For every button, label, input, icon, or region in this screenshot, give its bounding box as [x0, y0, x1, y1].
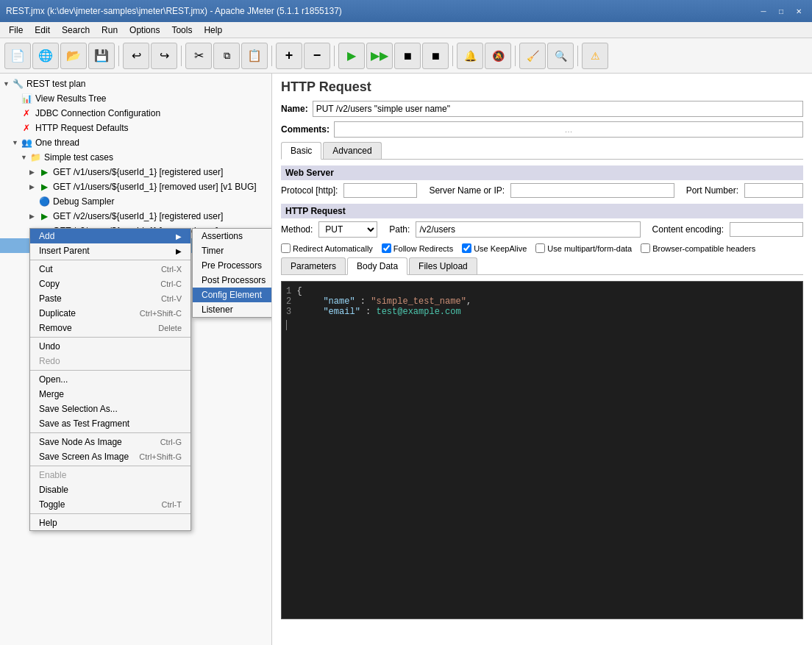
tree-item-http-defaults[interactable]: ✗ HTTP Request Defaults: [0, 121, 271, 135]
redirect-auto-label[interactable]: Redirect Automatically: [281, 243, 373, 253]
clear-button[interactable]: 🧹: [519, 43, 546, 69]
menu-run[interactable]: Run: [96, 24, 124, 37]
tree-item-view-results[interactable]: 📊 View Results Tree: [0, 91, 271, 106]
ctx-item-open[interactable]: Open...: [30, 372, 190, 387]
ctx-item-save-node-image[interactable]: Save Node As Image Ctrl-G: [30, 435, 190, 449]
title-text: REST.jmx (k:\dev\jmeter-samples\jmeter\R…: [6, 6, 342, 16]
add-button[interactable]: +: [276, 43, 302, 69]
templates-button[interactable]: 🌐: [32, 43, 59, 69]
ctx-item-undo[interactable]: Undo: [30, 339, 190, 354]
ctx-item-help[interactable]: Help: [30, 516, 190, 530]
ctx-label-config-element: Config Element: [202, 290, 262, 300]
new-button[interactable]: 📄: [4, 43, 31, 69]
warnings-button[interactable]: ⚠: [582, 43, 608, 69]
name-input[interactable]: [313, 101, 803, 117]
ctx-item-listener[interactable]: Listener ▶: [193, 302, 272, 317]
menu-file[interactable]: File: [3, 24, 29, 37]
ctx-item-cut[interactable]: Cut Ctrl-X: [30, 262, 190, 277]
menu-tools[interactable]: Tools: [165, 24, 198, 37]
follow-redirects-label[interactable]: Follow Redirects: [382, 243, 453, 253]
tree-item-get-v2-registered[interactable]: ▶ ▶ GET /v2/users/${userId_1} [registere…: [0, 209, 271, 224]
ctx-item-disable[interactable]: Disable: [30, 482, 190, 497]
protocol-input[interactable]: [343, 183, 417, 198]
body-data-area[interactable]: 1 { 2 "name" : "simple_test_name", 3 "em…: [281, 281, 803, 619]
ctx-item-save-screen-image[interactable]: Save Screen As Image Ctrl+Shift-G: [30, 449, 190, 464]
menu-options[interactable]: Options: [124, 24, 165, 37]
ctx-item-save-fragment[interactable]: Save as Test Fragment: [30, 416, 190, 431]
ctx-item-duplicate[interactable]: Duplicate Ctrl+Shift-C: [30, 306, 190, 321]
maximize-button[interactable]: □: [774, 5, 788, 17]
port-input[interactable]: [744, 183, 803, 198]
tree-item-get-v1-removed-bug[interactable]: ▶ ▶ GET /v1/users/${userId_1} [removed u…: [0, 179, 271, 194]
ctx-item-insert-parent[interactable]: Insert Parent ▶: [30, 243, 190, 258]
remove-button[interactable]: −: [304, 43, 330, 69]
follow-redirects-checkbox[interactable]: [382, 243, 391, 253]
tab-basic[interactable]: Basic: [281, 142, 321, 160]
multipart-checkbox[interactable]: [535, 243, 545, 253]
revert-button[interactable]: ↩: [123, 43, 149, 69]
paste-button[interactable]: 📋: [241, 43, 268, 69]
tree-item-rest-test-plan[interactable]: ▼ 🔧 REST test plan: [0, 76, 271, 91]
ctx-arrow-add: ▶: [176, 232, 182, 240]
server-input[interactable]: [510, 183, 674, 198]
open-button[interactable]: 📂: [60, 43, 87, 69]
ctx-item-timer[interactable]: Timer ▶: [193, 243, 272, 258]
ctx-item-toggle[interactable]: Toggle Ctrl-T: [30, 497, 190, 512]
cut-button[interactable]: ✂: [185, 43, 212, 69]
tree-item-simple-test-cases[interactable]: ▼ 📁 Simple test cases: [0, 150, 271, 165]
comments-row: Comments: …: [281, 121, 803, 138]
ctx-item-add[interactable]: Add ▶: [30, 229, 190, 243]
tab-parameters[interactable]: Parameters: [281, 257, 346, 274]
redirect-auto-checkbox[interactable]: [281, 243, 291, 253]
menu-help[interactable]: Help: [198, 24, 228, 37]
start-button[interactable]: ▶: [338, 43, 365, 69]
browser-compatible-label[interactable]: Browser-compatible headers: [641, 243, 755, 253]
encoding-input[interactable]: [730, 222, 803, 237]
ctx-item-paste[interactable]: Paste Ctrl-V: [30, 291, 190, 306]
forward-button[interactable]: ↪: [151, 43, 177, 69]
tree-arrow: ▼: [3, 80, 12, 88]
stop-button[interactable]: ⏹: [394, 43, 421, 69]
search-toolbar-button[interactable]: 🔍: [547, 43, 574, 69]
method-label: Method:: [281, 224, 313, 235]
start-no-pause-button[interactable]: ▶▶: [366, 43, 393, 69]
ctx-item-config-element[interactable]: Config Element ▶: [193, 288, 272, 302]
ctx-label-save-selection: Save Selection As...: [39, 404, 118, 414]
ctx-sep-1: [30, 260, 190, 260]
method-select[interactable]: PUT GET POST DELETE: [318, 221, 377, 238]
tab-advanced[interactable]: Advanced: [323, 142, 381, 159]
keep-alive-checkbox[interactable]: [462, 243, 471, 253]
tree-item-one-thread[interactable]: ▼ 👥 One thread: [0, 135, 271, 150]
multipart-label[interactable]: Use multipart/form-data: [535, 243, 632, 253]
browser-compatible-checkbox[interactable]: [641, 243, 650, 253]
ctx-item-pre-processors[interactable]: Pre Processors ▶: [193, 258, 272, 273]
main-layout: ▼ 🔧 REST test plan 📊 View Results Tree ✗…: [0, 74, 812, 645]
toolbar-separator-6: [515, 46, 516, 66]
minimize-button[interactable]: ─: [756, 5, 771, 17]
ctx-item-copy[interactable]: Copy Ctrl-C: [30, 277, 190, 291]
path-input[interactable]: [416, 221, 640, 238]
remote-stop-button[interactable]: 🔕: [485, 43, 511, 69]
jdbc-icon: ✗: [21, 107, 32, 119]
ctx-item-remove[interactable]: Remove Delete: [30, 321, 190, 335]
tree-item-debug-sampler[interactable]: 🔵 Debug Sampler: [0, 194, 271, 209]
ctx-item-merge[interactable]: Merge: [30, 387, 190, 402]
save-button[interactable]: 💾: [88, 43, 115, 69]
tree-item-jdbc[interactable]: ✗ JDBC Connection Configuration: [0, 106, 271, 121]
close-button[interactable]: ✕: [791, 5, 806, 17]
ctx-item-save-selection[interactable]: Save Selection As...: [30, 402, 190, 416]
stop-now-button[interactable]: ⏹: [422, 43, 449, 69]
ctx-arrow-insert-parent: ▶: [176, 247, 182, 255]
remote-start-button[interactable]: 🔔: [457, 43, 483, 69]
ctx-item-post-processors[interactable]: Post Processors ▶: [193, 273, 272, 288]
ctx-shortcut-toggle: Ctrl-T: [162, 500, 182, 509]
menu-edit[interactable]: Edit: [29, 24, 56, 37]
tab-body-data[interactable]: Body Data: [347, 257, 407, 275]
ctx-label-toggle: Toggle: [39, 499, 65, 510]
keep-alive-label[interactable]: Use KeepAlive: [462, 243, 527, 253]
copy-button[interactable]: ⧉: [213, 43, 240, 69]
tree-item-get-v1-registered[interactable]: ▶ ▶ GET /v1/users/${userId_1} [registere…: [0, 165, 271, 179]
ctx-item-assertions[interactable]: Assertions ▶: [193, 229, 272, 243]
menu-search[interactable]: Search: [56, 24, 96, 37]
tab-files-upload[interactable]: Files Upload: [409, 257, 477, 274]
